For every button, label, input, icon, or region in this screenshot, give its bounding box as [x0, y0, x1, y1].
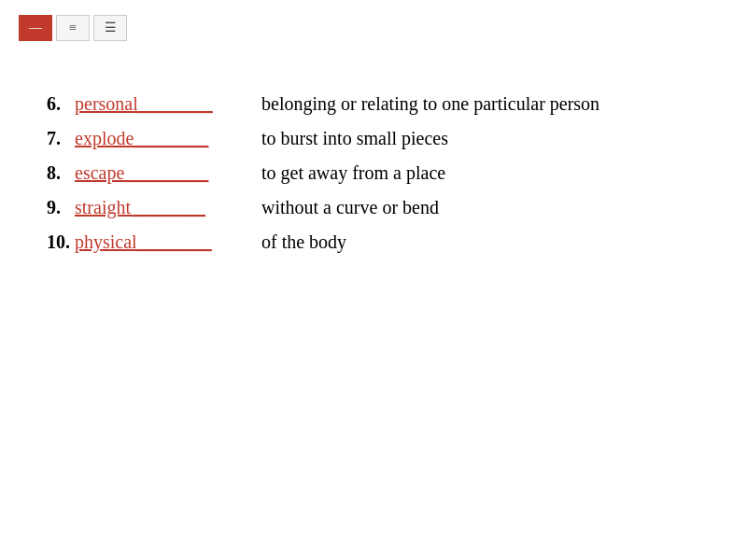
- vocab-number: 10.: [47, 231, 75, 253]
- toolbar: — ≡ ☰: [0, 0, 747, 56]
- vocab-item: 7.explode________to burst into small pie…: [47, 128, 700, 149]
- vocab-number: 7.: [47, 128, 75, 149]
- vocab-word: physical________: [75, 231, 243, 253]
- vocab-word: escape_________: [75, 162, 243, 184]
- vocab-definition: belonging or relating to one particular …: [261, 93, 599, 115]
- vocab-number: 9.: [47, 197, 75, 218]
- toolbar-button-2[interactable]: ≡: [56, 15, 90, 41]
- vocab-item: 10.physical________of the body: [47, 231, 700, 253]
- vocab-number: 6.: [47, 93, 75, 115]
- vocab-number: 8.: [47, 162, 75, 184]
- vocab-definition: to get away from a place: [261, 162, 445, 184]
- vocab-item: 9.straight________without a curve or ben…: [47, 197, 700, 218]
- vocab-content: 6.personal________belonging or relating …: [0, 56, 747, 303]
- vocab-word: explode________: [75, 128, 243, 149]
- list-icon: ≡: [69, 21, 77, 35]
- vocab-word: personal________: [75, 93, 243, 115]
- vocab-word: straight________: [75, 197, 243, 218]
- vocab-definition: of the body: [261, 231, 346, 253]
- vocab-item: 6.personal________belonging or relating …: [47, 93, 700, 115]
- vocab-list: 6.personal________belonging or relating …: [47, 93, 700, 253]
- toolbar-button-1[interactable]: —: [19, 15, 52, 41]
- menu-icon: ☰: [105, 21, 117, 35]
- dash-icon: —: [29, 21, 42, 35]
- vocab-definition: without a curve or bend: [261, 197, 439, 218]
- vocab-definition: to burst into small pieces: [261, 128, 448, 149]
- toolbar-button-3[interactable]: ☰: [93, 15, 127, 41]
- vocab-item: 8.escape_________to get away from a plac…: [47, 162, 700, 184]
